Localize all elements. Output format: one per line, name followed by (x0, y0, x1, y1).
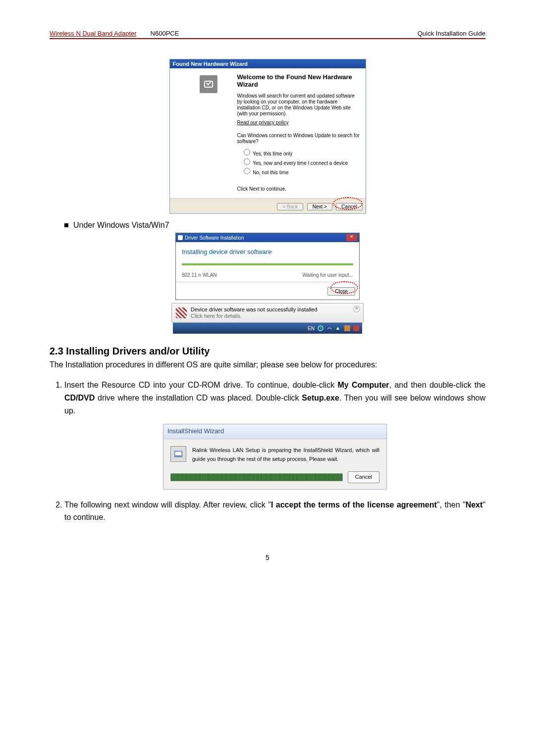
xp-wizard-titlebar[interactable]: Found New Hardware Wizard (170, 59, 366, 68)
header-model: N600PCE (151, 30, 179, 37)
radio-no[interactable]: No, not this time (241, 166, 361, 175)
xp-wizard-heading: Welcome to the Found New Hardware Wizard (237, 73, 361, 88)
toast-subtitle: Click here for details. (191, 313, 242, 319)
vista-titlebar[interactable]: Driver Software Installation ✕ (176, 233, 359, 242)
radio-yes-always[interactable]: Yes, now and every time I connect a devi… (241, 157, 361, 166)
cancel-button[interactable]: Cancel (336, 203, 362, 210)
error-icon (176, 307, 187, 318)
step-2: The following next window will display. … (64, 499, 485, 524)
wireless-tray-icon[interactable] (326, 325, 332, 331)
help-tray-icon[interactable]: ? (318, 325, 323, 331)
flag-tray-icon[interactable] (353, 325, 359, 331)
vista-progress-bar (182, 263, 353, 265)
installshield-progress-bar (170, 473, 343, 481)
square-bullet-icon (64, 223, 68, 227)
page-header: Wireless N Dual Band Adapter N600PCE Qui… (50, 30, 485, 39)
page-number: 5 (50, 554, 485, 561)
vista-heading: Installing device driver software (182, 248, 353, 255)
tray-icon[interactable] (344, 325, 350, 331)
language-indicator[interactable]: EN (308, 326, 315, 331)
header-product: Wireless N Dual Band Adapter (50, 30, 137, 37)
hardware-wizard-icon (200, 75, 217, 93)
installshield-dialog: InstallShield Wizard Ralink Wireless LAN… (163, 424, 387, 490)
svg-rect-4 (175, 452, 182, 455)
installshield-titlebar[interactable]: InstallShield Wizard (163, 424, 386, 439)
vista-device-label: 802.11 n WLAN (182, 272, 217, 278)
xp-wizard-desc: Windows will search for current and upda… (237, 93, 361, 117)
vista-driver-dialog: Driver Software Installation ✕ Installin… (175, 233, 360, 300)
taskbar: EN ? ▲ (173, 323, 362, 334)
xp-wizard-dialog: Found New Hardware Wizard Welcome to the… (169, 59, 366, 214)
xp-wizard-question: Can Windows connect to Windows Update to… (237, 133, 361, 145)
bullet-vista-win7: Under Windows Vista/Win7 (64, 221, 485, 230)
step-1: Insert the Resource CD into your CD-ROM … (64, 379, 485, 489)
toast-close-button[interactable]: × (353, 305, 360, 312)
header-guide: Quick Installation Guide (418, 30, 485, 37)
privacy-policy-link[interactable]: Read our privacy policy (237, 120, 289, 125)
section-2-3-intro: The Installation procedures in different… (50, 359, 485, 371)
radio-yes-once[interactable]: Yes, this time only (241, 148, 361, 156)
xp-wizard-continue-hint: Click Next to continue. (237, 186, 361, 192)
next-button[interactable]: Next > (307, 203, 332, 210)
installshield-body-text: Ralink Wireless LAN Setup is preparing t… (192, 446, 379, 463)
vista-status-label: Waiting for user input... (303, 272, 353, 278)
svg-text:?: ? (320, 326, 322, 331)
xp-wizard-sidebar (170, 68, 234, 198)
close-button[interactable]: ✕ (346, 234, 357, 241)
installshield-setup-icon (170, 446, 186, 462)
section-2-3-heading: 2.3 Installing Drivers and/or Utility (50, 346, 485, 357)
toast-title: Device driver software was not successfu… (191, 306, 318, 312)
vista-dialog-icon (178, 235, 183, 240)
arrow-up-tray-icon[interactable]: ▲ (335, 325, 341, 331)
vista-close-button[interactable]: Close (327, 287, 355, 296)
back-button: < Back (277, 203, 303, 210)
installshield-cancel-button[interactable]: Cancel (348, 471, 379, 483)
driver-install-failed-toast[interactable]: Device driver software was not successfu… (171, 303, 364, 323)
